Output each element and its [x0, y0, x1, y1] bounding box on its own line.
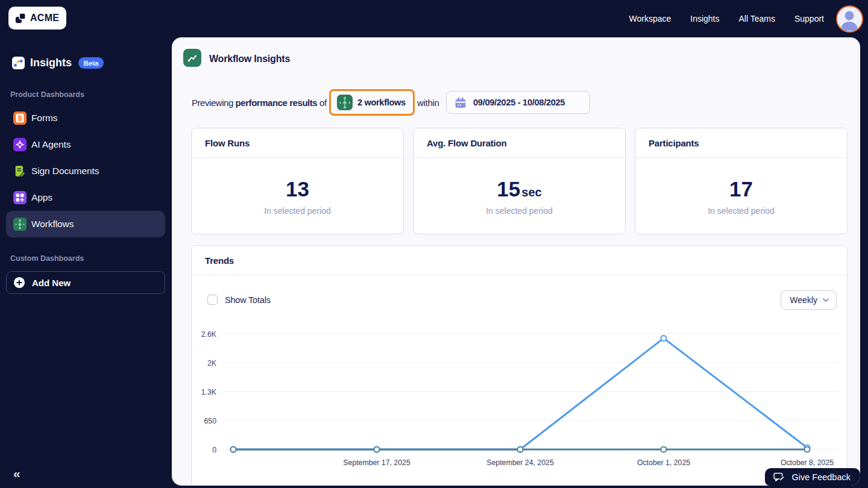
workflows-icon — [337, 95, 353, 110]
add-new-label: Add New — [32, 278, 71, 288]
sidebar-item-label: Workflows — [31, 219, 74, 230]
give-feedback-button[interactable]: Give Feedback — [765, 468, 860, 486]
svg-text:September 24, 2025: September 24, 2025 — [486, 458, 554, 467]
sidebar: Insights Beta Product Dashboards Forms A… — [0, 37, 172, 488]
within-text: within — [417, 89, 439, 116]
person-icon — [837, 7, 861, 31]
logo-text: ACME — [30, 13, 59, 23]
product-dashboards-label: Product Dashboards — [10, 90, 84, 99]
stat-value: 17 — [729, 178, 753, 199]
forms-icon — [13, 111, 27, 125]
workflows-selector-chip[interactable]: 2 workflows — [329, 89, 415, 116]
svg-text:2.6K: 2.6K — [201, 330, 217, 339]
stat-card-participants: Participants 17 In selected period — [635, 128, 848, 234]
stat-caption: In selected period — [708, 206, 775, 216]
sidebar-item-apps[interactable]: Apps — [6, 184, 165, 211]
preview-text: Previewing performance results of — [192, 89, 327, 116]
stat-card-avg-flow-duration: Avg. Flow Duration 15sec In selected per… — [413, 128, 626, 234]
sidebar-item-sign-documents[interactable]: Sign Documents — [6, 158, 165, 184]
insights-icon — [12, 57, 25, 69]
stat-caption: In selected period — [264, 206, 331, 216]
stat-caption: In selected period — [486, 206, 553, 216]
svg-text:October 8, 2025: October 8, 2025 — [781, 458, 834, 467]
sign-documents-icon — [13, 164, 27, 178]
top-nav: Workspace Insights All Teams Support — [629, 0, 824, 37]
calendar-icon — [454, 96, 467, 109]
main-panel: Workflow Insights Previewing performance… — [172, 37, 860, 486]
nav-insights[interactable]: Insights — [690, 14, 719, 23]
stat-value: 13 — [286, 178, 309, 199]
feedback-icon — [773, 471, 786, 483]
add-new-button[interactable]: Add New — [6, 271, 165, 294]
sidebar-item-label: Sign Documents — [31, 166, 99, 177]
acme-logo-icon — [14, 12, 27, 25]
stat-cards-row: Flow Runs 13 In selected period Avg. Flo… — [191, 128, 848, 234]
nav-support[interactable]: Support — [794, 14, 824, 23]
sidebar-menu: Forms AI Agents Sign Documents — [6, 105, 165, 237]
feedback-label: Give Feedback — [791, 472, 851, 482]
top-bar: ACME Workspace Insights All Teams Suppor… — [0, 0, 868, 37]
svg-text:2K: 2K — [207, 359, 217, 368]
sidebar-item-forms[interactable]: Forms — [6, 105, 165, 131]
apps-icon — [13, 191, 27, 204]
date-range-picker[interactable]: 09/09/2025 - 10/08/2025 — [446, 91, 590, 114]
user-avatar[interactable] — [836, 5, 863, 33]
sidebar-header: Insights Beta — [12, 57, 104, 69]
sidebar-item-ai-agents[interactable]: AI Agents — [6, 131, 165, 158]
svg-text:0: 0 — [212, 446, 216, 454]
workflows-icon — [13, 217, 27, 231]
workflows-chip-label: 2 workflows — [357, 98, 406, 107]
stat-card-title: Flow Runs — [205, 138, 250, 148]
date-range-value: 09/09/2025 - 10/08/2025 — [473, 98, 565, 107]
sidebar-item-workflows[interactable]: Workflows — [6, 211, 165, 237]
sidebar-item-label: Apps — [31, 192, 52, 203]
stat-card-title: Participants — [649, 138, 699, 148]
nav-all-teams[interactable]: All Teams — [739, 14, 775, 23]
svg-text:October 1, 2025: October 1, 2025 — [637, 458, 690, 467]
stat-card-title: Avg. Flow Duration — [427, 138, 507, 148]
svg-text:September 17, 2025: September 17, 2025 — [343, 458, 410, 467]
page-title: Workflow Insights — [209, 54, 290, 64]
stat-value: 15sec — [497, 178, 541, 199]
trends-chart[interactable]: 2.6K2K1.3K6500September 17, 2025Septembe… — [192, 246, 847, 486]
ai-agents-icon — [13, 138, 27, 151]
stat-unit: sec — [521, 186, 541, 198]
sidebar-item-label: AI Agents — [31, 139, 71, 150]
preview-row: Previewing performance results of 2 work… — [172, 89, 860, 116]
sidebar-item-label: Forms — [31, 113, 57, 124]
collapse-sidebar-button[interactable]: « — [13, 466, 20, 481]
sidebar-title: Insights — [30, 57, 72, 69]
custom-dashboards-label: Custom Dashboards — [10, 254, 84, 263]
stat-card-flow-runs: Flow Runs 13 In selected period — [191, 128, 404, 234]
beta-badge: Beta — [78, 57, 104, 69]
svg-text:650: 650 — [204, 417, 216, 425]
acme-logo[interactable]: ACME — [8, 7, 66, 30]
svg-text:1.3K: 1.3K — [201, 388, 217, 396]
plus-circle-icon — [13, 277, 25, 289]
nav-workspace[interactable]: Workspace — [629, 14, 671, 23]
trends-card: Trends Show Totals Weekly 2.6K2K1.3K6500… — [191, 245, 848, 486]
workflow-insights-icon — [183, 49, 201, 67]
